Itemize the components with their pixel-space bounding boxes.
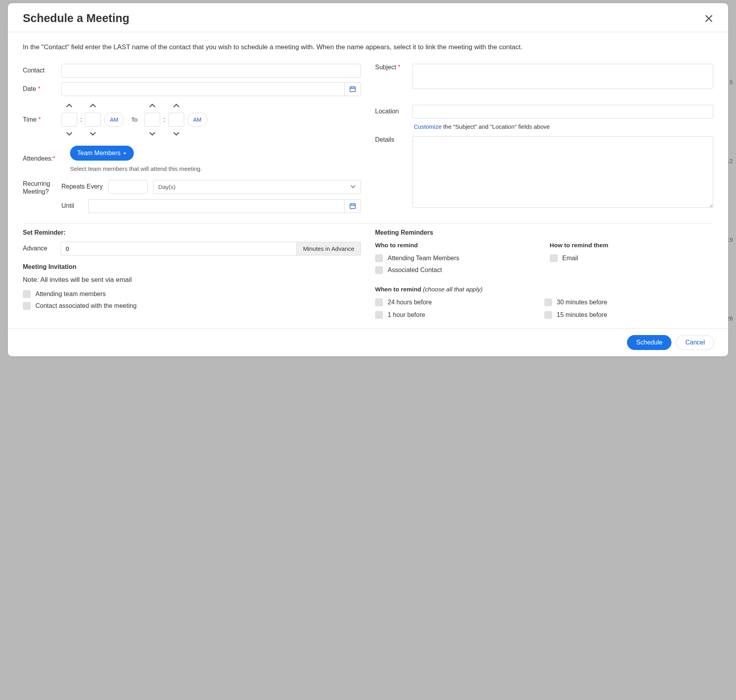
details-textarea[interactable]	[412, 136, 713, 208]
who-remind-heading: Who to remind	[375, 242, 539, 249]
remind-email-checkbox[interactable]	[550, 254, 558, 262]
subject-label: Subject *	[375, 64, 412, 71]
chevron-down-icon[interactable]	[173, 131, 179, 136]
caret-down-icon	[123, 150, 127, 157]
until-label: Until	[61, 202, 81, 209]
time-to-label: To	[131, 116, 137, 123]
schedule-meeting-modal: Schedule a Meeting In the "Contact" fiel…	[8, 3, 728, 356]
chevron-down-icon	[350, 185, 356, 189]
customize-text: the "Subject" and "Location" fields abov…	[442, 123, 550, 130]
start-minute-input[interactable]	[85, 113, 101, 127]
chevron-down-icon[interactable]	[90, 131, 96, 136]
chevron-down-icon[interactable]	[66, 131, 72, 136]
contact-input[interactable]	[61, 64, 361, 78]
remind-associated-checkbox[interactable]	[375, 266, 383, 274]
when-remind-heading: When to remind (choose all that apply)	[375, 286, 713, 293]
calendar-icon[interactable]	[344, 82, 361, 96]
repeats-count-input[interactable]	[108, 180, 148, 194]
until-date-input[interactable]	[88, 199, 344, 213]
modal-title: Schedule a Meeting	[23, 12, 129, 25]
end-ampm-toggle[interactable]: AM	[187, 113, 207, 127]
remind-attending-checkbox[interactable]	[375, 254, 383, 262]
location-input[interactable]	[412, 105, 713, 119]
invite-contact-label: Contact associated with the meeting	[35, 302, 137, 309]
set-reminder-heading: Set Reminder:	[23, 229, 361, 236]
chevron-up-icon[interactable]	[173, 103, 179, 108]
schedule-button[interactable]: Schedule	[627, 335, 671, 350]
subject-input[interactable]	[412, 64, 713, 89]
start-hour-input[interactable]	[61, 113, 77, 127]
invite-contact-checkbox[interactable]	[23, 302, 31, 310]
calendar-icon[interactable]	[344, 199, 361, 213]
date-label: Date *	[23, 85, 61, 93]
modal-header: Schedule a Meeting	[8, 3, 728, 32]
customize-link[interactable]: Customize	[414, 123, 442, 130]
invitation-heading: Meeting Invitation	[23, 263, 361, 270]
chevron-up-icon[interactable]	[66, 103, 72, 108]
how-remind-heading: How to remind them	[550, 242, 714, 249]
chevron-down-icon[interactable]	[149, 131, 155, 136]
invite-team-checkbox[interactable]	[23, 290, 31, 298]
invite-team-label: Attending team members	[35, 291, 106, 298]
meeting-reminders-heading: Meeting Reminders	[375, 229, 713, 236]
start-ampm-toggle[interactable]: AM	[104, 113, 124, 127]
svg-rect-0	[350, 87, 355, 92]
invitation-note: Note: All invites will be sent via email	[23, 276, 361, 284]
contact-label: Contact	[23, 67, 61, 74]
details-label: Details	[375, 136, 412, 143]
end-minute-input[interactable]	[168, 113, 184, 127]
bg-number: 5	[730, 79, 733, 85]
location-label: Location	[375, 108, 412, 115]
repeat-unit-select[interactable]: Day(s)	[153, 180, 361, 194]
remind-30m-checkbox[interactable]	[544, 298, 552, 306]
attendees-label: Attendees:*	[23, 155, 61, 162]
attendees-helper: Select team members that will attend thi…	[70, 165, 361, 172]
remind-15m-checkbox[interactable]	[544, 311, 552, 319]
end-hour-input[interactable]	[144, 113, 160, 127]
advance-unit: Minutes in Advance	[296, 242, 361, 256]
date-input[interactable]	[61, 82, 344, 96]
recurring-label: Recurring Meeting?	[23, 180, 61, 196]
advance-input[interactable]	[61, 242, 296, 256]
repeats-every-label: Repeats Every	[61, 183, 103, 190]
cancel-button[interactable]: Cancel	[676, 335, 714, 350]
close-icon[interactable]	[705, 14, 713, 23]
remind-1h-checkbox[interactable]	[375, 311, 383, 319]
instructions-text: In the "Contact" field enter the LAST na…	[23, 40, 713, 54]
advance-label: Advance	[23, 245, 61, 252]
chevron-up-icon[interactable]	[149, 103, 155, 108]
chevron-up-icon[interactable]	[90, 103, 96, 108]
team-members-dropdown[interactable]: Team Members	[70, 146, 134, 161]
remind-24h-checkbox[interactable]	[375, 298, 383, 306]
svg-rect-1	[350, 204, 355, 209]
time-label: Time *	[23, 116, 61, 123]
